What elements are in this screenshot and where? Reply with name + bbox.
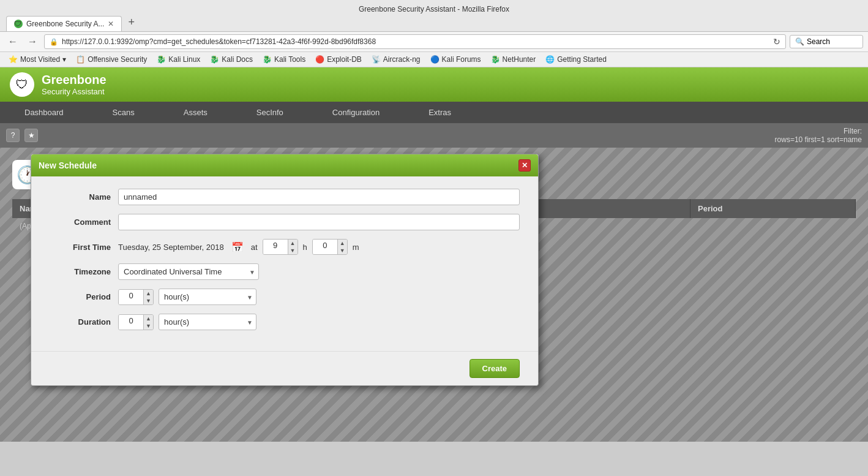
period-unit-select[interactable]: hour(s) day(s) week(s) month(s) — [159, 289, 256, 305]
exploit-icon: 🔴 — [315, 55, 324, 64]
browser-title: Greenbone Security Assistant - Mozilla F… — [6, 4, 862, 16]
minute-spinner[interactable]: 0 ▲ ▼ — [312, 239, 348, 255]
nav-extras[interactable]: Extras — [404, 102, 476, 123]
hour-arrows[interactable]: ▲ ▼ — [288, 240, 297, 254]
dragon-icon: 🐉 — [157, 55, 166, 64]
bookmark-label: Aircrack-ng — [383, 55, 421, 64]
filter-section: Filter: rows=10 first=1 sort=name — [775, 127, 862, 144]
duration-arrows[interactable]: ▲ ▼ — [143, 315, 153, 330]
dragon2-icon: 🐉 — [210, 55, 219, 64]
search-icon: 🔍 — [795, 37, 804, 46]
modal-footer: Create — [31, 351, 538, 385]
browser-tab-active[interactable]: 🛡 Greenbone Security A... ✕ — [6, 16, 122, 31]
comment-label: Comment — [50, 217, 111, 227]
duration-unit-select[interactable]: hour(s) day(s) week(s) month(s) — [159, 314, 256, 330]
timezone-row: Timezone Coordinated Universal Time Amer… — [50, 263, 520, 280]
wifi-icon: 📡 — [372, 55, 381, 64]
duration-unit-wrap: hour(s) day(s) week(s) month(s) ▼ — [159, 314, 256, 330]
modal-close-button[interactable]: ✕ — [518, 159, 531, 172]
minute-arrows[interactable]: ▲ ▼ — [337, 240, 347, 254]
period-label: Period — [50, 292, 111, 301]
bookmark-exploit-db[interactable]: 🔴 Exploit-DB — [312, 54, 365, 65]
content-area: 🕐 Schedules (0 of 0) Name First Run Next… — [0, 148, 868, 442]
tab-label: Greenbone Security A... — [26, 20, 104, 28]
filter-value: rows=10 first=1 sort=name — [775, 135, 862, 144]
nav-secinfo[interactable]: SecInfo — [232, 102, 308, 123]
bookmark-label: NetHunter — [503, 55, 536, 64]
tab-close-icon[interactable]: ✕ — [108, 20, 114, 28]
modal-header: New Schedule ✕ — [31, 154, 538, 176]
browser-tabs: 🛡 Greenbone Security A... ✕ + — [6, 16, 862, 31]
app-toolbar: ? ★ Filter: rows=10 first=1 sort=name — [0, 123, 868, 148]
period-row: Period 0 ▲ ▼ hour(s) — [50, 289, 520, 305]
help-button[interactable]: ? — [6, 129, 20, 142]
minute-down-arrow[interactable]: ▼ — [338, 247, 347, 254]
name-input[interactable] — [118, 189, 520, 205]
nav-dashboard[interactable]: Dashboard — [0, 102, 88, 123]
period-arrows[interactable]: ▲ ▼ — [143, 290, 153, 304]
bookmark-label: Kali Linux — [168, 55, 200, 64]
dropdown-icon: ▾ — [62, 55, 66, 64]
at-label: at — [251, 243, 258, 252]
duration-down-arrow[interactable]: ▼ — [144, 322, 153, 330]
duration-up-arrow[interactable]: ▲ — [144, 315, 153, 322]
browser-titlebar: Greenbone Security Assistant - Mozilla F… — [0, 0, 868, 32]
bookmark-kali-forums[interactable]: 🔵 Kali Forums — [427, 54, 485, 65]
bookmark-offensive-security[interactable]: 📋 Offensive Security — [72, 54, 151, 65]
modal-title: New Schedule — [39, 161, 97, 170]
app-logo-icon: 🛡 — [10, 72, 34, 97]
hour-down-arrow[interactable]: ▼ — [288, 247, 297, 254]
book-icon: 📋 — [76, 55, 85, 64]
m-label: m — [353, 243, 359, 252]
bookmark-kali-tools[interactable]: 🐉 Kali Tools — [259, 54, 309, 65]
period-value: 0 — [119, 290, 143, 304]
first-time-label: First Time — [50, 243, 111, 252]
forum-icon: 🔵 — [430, 55, 440, 64]
nav-assets[interactable]: Assets — [159, 102, 232, 123]
app-nav: Dashboard Scans Assets SecInfo Configura… — [0, 102, 868, 123]
period-down-arrow[interactable]: ▼ — [144, 297, 153, 304]
bookmark-most-visited[interactable]: ⭐ Most Visited ▾ — [5, 54, 70, 65]
bookmark-nethunter[interactable]: 🐉 NetHunter — [487, 54, 540, 65]
duration-value: 0 — [119, 315, 143, 330]
app-name: Greenbone — [42, 73, 107, 87]
search-label: Search — [807, 37, 830, 46]
lock-icon: 🔒 — [50, 38, 58, 46]
period-spinner[interactable]: 0 ▲ ▼ — [118, 289, 154, 305]
name-label: Name — [50, 192, 111, 202]
nav-scans[interactable]: Scans — [88, 102, 159, 123]
comment-input[interactable] — [118, 214, 520, 230]
bookmark-label: Kali Tools — [274, 55, 305, 64]
app-subtitle: Security Assistant — [42, 87, 107, 96]
filter-label: Filter: — [844, 127, 862, 135]
search-box[interactable]: 🔍 Search — [790, 35, 863, 48]
bookmark-getting-started[interactable]: 🌐 Getting Started — [542, 54, 610, 65]
address-bar[interactable]: 🔒 https://127.0.0.1:9392/omp?cmd=get_sch… — [44, 34, 786, 49]
calendar-button[interactable]: 📅 — [229, 241, 246, 253]
hour-up-arrow[interactable]: ▲ — [288, 240, 297, 247]
minute-up-arrow[interactable]: ▲ — [338, 240, 347, 247]
nethunter-icon: 🐉 — [491, 55, 500, 64]
nav-configuration[interactable]: Configuration — [308, 102, 404, 123]
timezone-select[interactable]: Coordinated Universal Time America/New_Y… — [118, 263, 259, 280]
new-tab-button[interactable]: + — [124, 16, 138, 31]
duration-spinner[interactable]: 0 ▲ ▼ — [118, 314, 154, 330]
star-button[interactable]: ★ — [24, 129, 38, 142]
browser-toolbar: ← → 🔒 https://127.0.0.1:9392/omp?cmd=get… — [0, 32, 868, 52]
bookmark-kali-linux[interactable]: 🐉 Kali Linux — [153, 54, 204, 65]
duration-row: Duration 0 ▲ ▼ hour(s — [50, 314, 520, 330]
h-label: h — [303, 243, 307, 252]
bookmark-kali-docs[interactable]: 🐉 Kali Docs — [206, 54, 256, 65]
tab-favicon-icon: 🛡 — [14, 20, 23, 28]
hour-spinner[interactable]: 9 ▲ ▼ — [263, 239, 298, 255]
create-button[interactable]: Create — [470, 359, 520, 378]
reload-button[interactable]: ↻ — [773, 37, 780, 47]
forward-button[interactable]: → — [24, 35, 40, 48]
back-button[interactable]: ← — [5, 35, 21, 48]
period-up-arrow[interactable]: ▲ — [144, 290, 153, 297]
name-row: Name — [50, 189, 520, 205]
timezone-label: Timezone — [50, 267, 111, 276]
first-time-date: Tuesday, 25 September, 2018 — [118, 243, 224, 252]
duration-label: Duration — [50, 317, 111, 327]
bookmark-aircrack-ng[interactable]: 📡 Aircrack-ng — [368, 54, 424, 65]
